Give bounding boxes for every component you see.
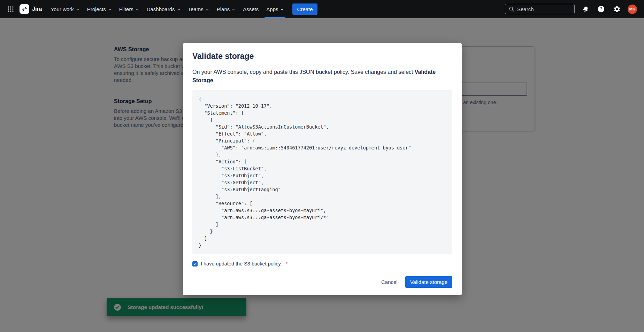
search-icon (509, 6, 514, 12)
create-button[interactable]: Create (292, 3, 317, 15)
bell-icon (582, 6, 589, 13)
chevron-down-icon (232, 8, 235, 11)
help-button[interactable]: ? (596, 4, 606, 14)
nav-item-label: Apps (266, 6, 278, 12)
settings-button[interactable] (612, 4, 622, 14)
dialog-description-text: On your AWS console, copy and paste this… (192, 69, 415, 75)
chevron-down-icon (76, 8, 79, 11)
notifications-button[interactable] (581, 4, 590, 14)
nav-item-label: Projects (87, 6, 106, 12)
navbar-left: Jira Your work Projects Filters Dashboar… (5, 0, 317, 18)
nav-item-plans[interactable]: Plans (213, 0, 239, 18)
checkmark-icon (193, 262, 197, 266)
checkbox-label: I have updated the S3 bucket policy. (201, 261, 282, 267)
jira-logo-icon (20, 4, 29, 14)
nav-item-projects[interactable]: Projects (83, 0, 115, 18)
nav-item-filters[interactable]: Filters (115, 0, 143, 18)
cancel-button[interactable]: Cancel (376, 276, 402, 288)
top-navbar: Jira Your work Projects Filters Dashboar… (0, 0, 644, 18)
app-switcher-button[interactable] (5, 3, 17, 15)
validate-storage-dialog: Validate storage On your AWS console, co… (183, 43, 462, 295)
validate-storage-button[interactable]: Validate storage (405, 276, 452, 288)
required-indicator: * (286, 261, 288, 267)
question-circle-icon: ? (597, 5, 605, 13)
gear-icon (613, 6, 621, 13)
nav-item-apps[interactable]: Apps (262, 0, 288, 18)
nav-item-dashboards[interactable]: Dashboards (143, 0, 184, 18)
nav-item-assets[interactable]: Assets (239, 0, 262, 18)
dialog-description: On your AWS console, copy and paste this… (192, 68, 452, 85)
nav-item-teams[interactable]: Teams (184, 0, 213, 18)
global-search[interactable] (505, 4, 575, 14)
dialog-description-period: . (213, 77, 215, 83)
nav-item-label: Filters (119, 6, 133, 12)
policy-updated-checkbox[interactable] (192, 261, 198, 267)
policy-updated-checkbox-row[interactable]: I have updated the S3 bucket policy.* (192, 261, 452, 267)
nav-items: Your work Projects Filters Dashboards Te… (47, 0, 288, 18)
chevron-down-icon (177, 8, 181, 11)
svg-text:?: ? (600, 7, 602, 11)
dialog-footer: Cancel Validate storage (192, 276, 452, 288)
brand-name: Jira (32, 6, 42, 12)
nav-item-your-work[interactable]: Your work (47, 0, 83, 18)
nav-item-label: Your work (51, 6, 74, 12)
dialog-title: Validate storage (192, 52, 452, 61)
grid-icon (8, 6, 14, 12)
nav-item-label: Plans (217, 6, 230, 12)
user-avatar[interactable]: MK (628, 5, 637, 14)
nav-item-label: Assets (243, 6, 259, 12)
chevron-down-icon (108, 8, 112, 11)
navbar-right: ? MK (505, 4, 637, 14)
json-bucket-policy: { "Version": "2012-10-17", "Statement": … (192, 90, 452, 254)
chevron-down-icon (206, 8, 209, 11)
search-input[interactable] (517, 6, 571, 12)
jira-home-link[interactable]: Jira (20, 4, 42, 14)
chevron-down-icon (280, 8, 284, 11)
nav-item-label: Dashboards (147, 6, 175, 12)
nav-item-label: Teams (188, 6, 204, 12)
page: AWS Storage To configure secure backup a… (0, 0, 644, 332)
chevron-down-icon (136, 8, 139, 11)
